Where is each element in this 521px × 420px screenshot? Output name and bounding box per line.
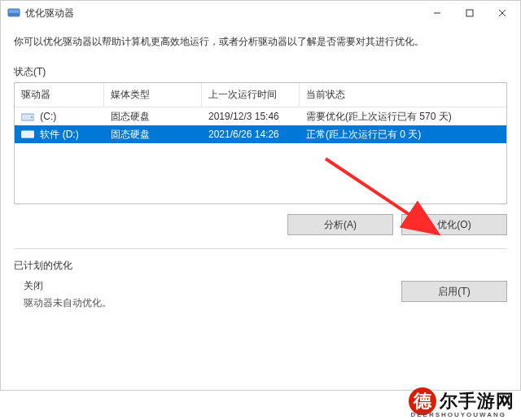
svg-rect-3 xyxy=(466,10,473,16)
optimize-button[interactable]: 优化(O) xyxy=(401,214,507,235)
description-text: 你可以优化驱动器以帮助计算机更高效地运行，或者分析驱动器以了解是否需要对其进行优… xyxy=(14,35,507,49)
minimize-button[interactable] xyxy=(421,2,453,24)
last-run: 2019/12/3 15:46 xyxy=(202,111,300,122)
svg-point-7 xyxy=(31,116,33,118)
column-media[interactable]: 媒体类型 xyxy=(104,83,202,107)
close-button[interactable] xyxy=(486,2,519,24)
maximize-button[interactable] xyxy=(453,2,486,24)
app-icon xyxy=(7,7,20,20)
watermark-text: 尔手游网 xyxy=(440,389,514,413)
table-row[interactable]: (C:) 固态硬盘 2019/12/3 15:46 需要优化(距上次运行已有 5… xyxy=(15,107,506,125)
action-buttons: 分析(A) 优化(O) xyxy=(14,214,507,235)
scheduled-block: 关闭 驱动器未自动优化。 启用(T) xyxy=(14,276,507,312)
titlebar: 优化驱动器 xyxy=(1,1,520,25)
drive-icon xyxy=(21,112,34,122)
drives-table[interactable]: 驱动器 媒体类型 上一次运行时间 当前状态 (C:) 固态硬盘 2019/12/… xyxy=(14,82,507,204)
table-header: 驱动器 媒体类型 上一次运行时间 当前状态 xyxy=(15,83,506,107)
table-row[interactable]: 软件 (D:) 固态硬盘 2021/6/26 14:26 正常(距上次运行已有 … xyxy=(15,125,506,143)
content-area: 你可以优化驱动器以帮助计算机更高效地运行，或者分析驱动器以了解是否需要对其进行优… xyxy=(1,25,520,390)
media-type: 固态硬盘 xyxy=(104,128,202,142)
watermark: 德 尔手游网 DEERSHOUYOUWANG xyxy=(409,387,514,415)
drive-name: (C:) xyxy=(40,111,56,122)
svg-point-9 xyxy=(31,133,33,135)
status-label: 状态(T) xyxy=(14,65,507,79)
scheduled-note: 驱动器未自动优化。 xyxy=(24,296,401,310)
column-last[interactable]: 上一次运行时间 xyxy=(202,83,300,107)
column-drive[interactable]: 驱动器 xyxy=(15,83,104,107)
svg-rect-1 xyxy=(8,13,20,16)
column-status[interactable]: 当前状态 xyxy=(300,83,506,107)
scheduled-label: 已计划的优化 xyxy=(14,259,507,273)
analyze-button[interactable]: 分析(A) xyxy=(287,214,393,235)
enable-button[interactable]: 启用(T) xyxy=(401,281,507,302)
last-run: 2021/6/26 14:26 xyxy=(202,129,300,140)
window-title: 优化驱动器 xyxy=(25,7,421,20)
watermark-sub: DEERSHOUYOUWANG xyxy=(410,411,506,418)
media-type: 固态硬盘 xyxy=(104,110,202,124)
scheduled-off: 关闭 xyxy=(24,279,401,293)
status-text: 需要优化(距上次运行已有 570 天) xyxy=(300,110,506,124)
window: 优化驱动器 你可以优化驱动器以帮助计算机更高效地运行，或者分析驱动器以了解是否需… xyxy=(0,0,521,391)
drive-icon xyxy=(21,129,34,139)
status-text: 正常(距上次运行已有 0 天) xyxy=(300,128,506,142)
separator xyxy=(14,248,507,249)
drive-name: 软件 (D:) xyxy=(40,129,78,140)
